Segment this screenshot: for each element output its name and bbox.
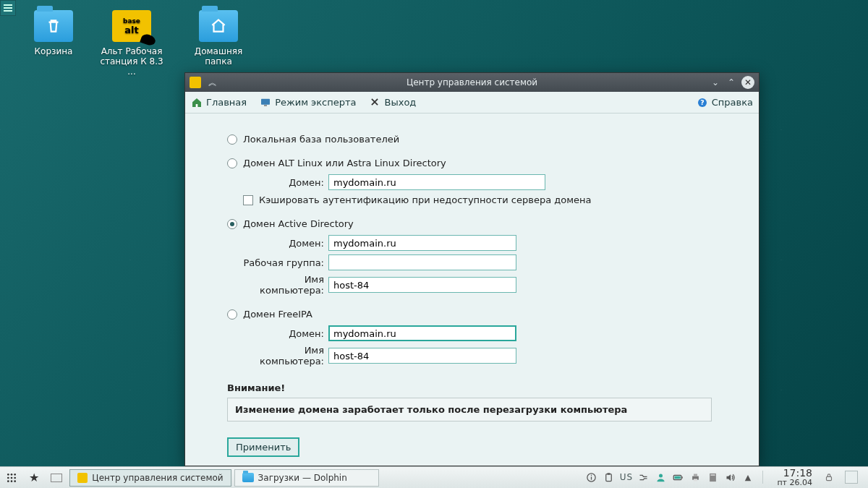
keyboard-layout-indicator[interactable]: US — [621, 472, 631, 483]
svg-point-18 — [659, 474, 663, 477]
radio-label: Локальная база пользователей — [243, 134, 399, 145]
info-tray-icon[interactable] — [586, 472, 597, 483]
field-label: Домен: — [243, 238, 328, 249]
svg-rect-0 — [261, 98, 270, 104]
desktop-icon-alt[interactable]: basealt Альт Рабочая станция К 8.3 ... — [95, 10, 168, 77]
field-label: Имя компьютера: — [243, 274, 328, 296]
toolbar-label: Выход — [385, 97, 417, 108]
system-tray: US ▲ 17:18 пт 26.04 — [580, 468, 868, 487]
ad-workgroup-input[interactable] — [328, 254, 516, 270]
svg-point-4 — [7, 474, 9, 476]
ad-hostname-input[interactable] — [328, 277, 516, 293]
desktop-icon-trash[interactable]: Корзина — [17, 10, 90, 56]
svg-point-9 — [14, 476, 16, 479]
warning-heading: Внимание! — [227, 382, 730, 393]
chevron-up-icon[interactable]: ⌃ — [726, 77, 737, 88]
window-content: Локальная база пользователей Домен ALT L… — [185, 114, 759, 466]
field-label: Рабочая группа: — [243, 257, 328, 268]
window-app-icon — [190, 77, 201, 88]
ad-domain-input[interactable] — [328, 235, 516, 251]
radio-alt-linux[interactable] — [227, 158, 237, 168]
home-icon — [191, 97, 203, 108]
svg-point-10 — [7, 480, 9, 482]
clock-time: 17:18 — [777, 468, 812, 479]
window-titlebar[interactable]: ︽ Центр управления системой ⌄ ⌃ ✕ — [185, 73, 759, 92]
battery-tray-icon[interactable] — [673, 472, 684, 483]
show-desktop-button[interactable] — [845, 471, 858, 484]
svg-rect-20 — [682, 476, 683, 479]
window-toolbar: Главная Режим эксперта Выход ? Справка — [185, 92, 759, 114]
toolbar-home-button[interactable]: Главная — [191, 97, 247, 108]
radio-label: Домен ALT Linux или Astra Linux Director… — [243, 158, 446, 168]
toolbar-help-button[interactable]: ? Справка — [697, 97, 753, 108]
help-icon: ? — [697, 97, 708, 108]
collapse-up-icon[interactable]: ︽ — [207, 77, 218, 88]
radio-freeipa[interactable] — [227, 309, 237, 320]
checkbox-label: Кэшировать аутентификацию при недоступно… — [259, 194, 591, 205]
svg-rect-21 — [675, 476, 681, 479]
svg-rect-17 — [608, 473, 610, 475]
folder-icon — [242, 473, 254, 482]
printer-tray-icon[interactable] — [690, 472, 701, 483]
svg-rect-26 — [711, 474, 715, 476]
field-label: Домен: — [243, 328, 328, 339]
chevron-down-icon[interactable]: ⌄ — [710, 77, 721, 88]
radio-label: Домен Active Directory — [243, 218, 354, 229]
svg-point-6 — [14, 474, 16, 476]
lock-tray-icon[interactable] — [823, 472, 834, 483]
toolbar-exit-button[interactable]: Выход — [370, 97, 417, 108]
desktop-icon-label: Корзина — [17, 46, 90, 56]
radio-label: Домен FreeIPA — [243, 309, 312, 320]
close-icon — [370, 97, 381, 108]
clock[interactable]: 17:18 пт 26.04 — [773, 468, 817, 487]
svg-rect-23 — [694, 474, 697, 476]
svg-rect-1 — [264, 105, 267, 106]
toolbar-label: Режим эксперта — [275, 97, 356, 108]
alt-domain-input[interactable] — [328, 174, 545, 190]
window-title: Центр управления системой — [185, 77, 759, 87]
task-label: Загрузки — Dolphin — [258, 473, 347, 483]
field-label: Имя компьютера: — [243, 345, 328, 367]
tray-expand-icon[interactable]: ▲ — [742, 472, 753, 483]
svg-point-8 — [11, 476, 13, 479]
svg-text:?: ? — [700, 98, 704, 106]
task-label: Центр управления системой — [92, 473, 223, 483]
svg-point-5 — [11, 474, 13, 476]
svg-rect-15 — [591, 475, 592, 476]
clock-date: пт 26.04 — [777, 479, 812, 487]
svg-rect-16 — [606, 474, 612, 481]
task-button-settings[interactable]: Центр управления системой — [69, 469, 231, 487]
settings-window: ︽ Центр управления системой ⌄ ⌃ ✕ Главна… — [184, 72, 760, 466]
alt-logo-icon: basealt — [112, 10, 151, 42]
svg-point-7 — [7, 476, 9, 479]
cache-auth-checkbox[interactable] — [243, 195, 253, 205]
toolbar-expert-button[interactable]: Режим эксперта — [260, 97, 356, 108]
user-tray-icon[interactable] — [655, 472, 666, 483]
svg-point-11 — [11, 480, 13, 482]
svg-rect-24 — [694, 479, 697, 481]
app-launcher-button[interactable] — [0, 467, 23, 488]
favorites-button[interactable]: ★ — [23, 467, 45, 488]
apply-button[interactable]: Применить — [227, 437, 299, 457]
svg-rect-14 — [591, 476, 592, 479]
volume-tray-icon[interactable] — [725, 472, 736, 483]
desktop-icon-label: Домашняя папка — [182, 46, 255, 67]
clipboard-tray-icon[interactable] — [603, 472, 614, 483]
svg-point-12 — [14, 480, 16, 482]
desktop-icon-home[interactable]: Домашняя папка — [182, 10, 255, 67]
task-button-dolphin[interactable]: Загрузки — Dolphin — [234, 469, 379, 487]
pager-button[interactable] — [45, 467, 68, 488]
network-tray-icon[interactable] — [638, 472, 649, 483]
radio-local-db[interactable] — [227, 134, 237, 145]
desktop-menu-button[interactable] — [0, 0, 16, 16]
warning-message: Изменение домена заработает только после… — [227, 398, 712, 421]
freeipa-domain-input[interactable] — [328, 325, 516, 341]
task-app-icon — [77, 473, 88, 483]
radio-active-directory[interactable] — [227, 219, 237, 229]
desktop-icon-label: Альт Рабочая станция К 8.3 ... — [95, 46, 168, 77]
taskbar: ★ Центр управления системой Загрузки — D… — [0, 466, 868, 488]
field-label: Домен: — [243, 177, 328, 188]
freeipa-hostname-input[interactable] — [328, 348, 516, 364]
close-button[interactable]: ✕ — [741, 76, 754, 89]
updates-tray-icon[interactable] — [707, 472, 718, 483]
